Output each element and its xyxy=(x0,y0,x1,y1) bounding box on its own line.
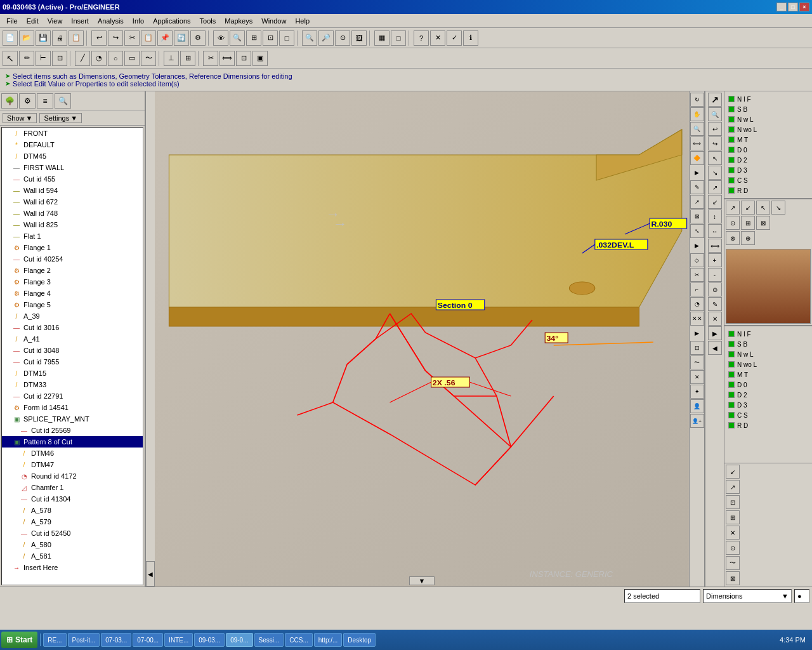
legend-item-s-b[interactable]: S B xyxy=(726,104,811,114)
rp-sel2[interactable]: ◀ xyxy=(708,341,722,355)
tb-regen[interactable]: 🔄 xyxy=(174,30,189,46)
legend-item-r-d[interactable]: R D xyxy=(726,185,811,196)
status-icon-btn[interactable]: ● xyxy=(794,589,809,603)
tb-cut[interactable]: ✂ xyxy=(124,30,140,46)
tb-close2[interactable]: ✕ xyxy=(430,30,445,46)
tb2-group[interactable]: ▣ xyxy=(252,51,268,66)
legend-item-n-w-l[interactable]: N w L xyxy=(726,114,811,124)
tb-redo[interactable]: ↪ xyxy=(108,30,123,46)
tree-item-dtm46[interactable]: /DTM46 xyxy=(2,448,143,459)
legend-item-n-wo-l[interactable]: N wo L xyxy=(726,359,811,369)
tb-check[interactable]: ✓ xyxy=(447,30,462,46)
rp-back[interactable]: ↩ xyxy=(708,122,722,136)
tb2-dim[interactable]: ⊢ xyxy=(36,51,51,66)
tb2-line[interactable]: ╱ xyxy=(75,51,90,66)
legend-item-n-wo-l[interactable]: N wo L xyxy=(726,124,811,135)
legend-item-d-0[interactable]: D 0 xyxy=(726,145,811,155)
legend-item-d-3[interactable]: D 3 xyxy=(726,400,811,410)
legend-checkbox[interactable] xyxy=(728,412,735,418)
tree-item-flat1[interactable]: —Flat 1 xyxy=(2,230,143,242)
legend-item-d-2[interactable]: D 2 xyxy=(726,390,811,400)
rp-flip1[interactable]: ↕ xyxy=(708,209,722,223)
tb-info[interactable]: ℹ xyxy=(463,30,478,46)
tb-undo[interactable]: ↩ xyxy=(91,30,107,46)
tb-wireframe[interactable]: □ xyxy=(391,30,406,46)
taskbar-btn-090[interactable]: 09-0... xyxy=(226,633,252,647)
legend-item-s-b[interactable]: S B xyxy=(726,339,811,349)
taskbar-btn-inte[interactable]: INTE... xyxy=(164,633,193,647)
legend-item-m-t[interactable]: M T xyxy=(726,135,811,145)
minimize-button[interactable]: _ xyxy=(776,3,787,11)
legend-checkbox[interactable] xyxy=(728,167,735,173)
tree-item-cut25569[interactable]: —Cut id 25569 xyxy=(2,425,143,436)
tb-zoom-out[interactable]: 🔎 xyxy=(318,30,334,46)
tb-view2[interactable]: 🔍 xyxy=(230,30,245,46)
tree-item-dtm33[interactable]: /DTM33 xyxy=(2,379,143,390)
rp-bot3[interactable]: ⊡ xyxy=(726,495,740,509)
tb-zoom-in[interactable]: 🔍 xyxy=(302,30,317,46)
tb-paste[interactable]: 📌 xyxy=(157,30,173,46)
tb2-mirror[interactable]: ⟺ xyxy=(219,51,235,66)
tree-item-cut22791[interactable]: —Cut id 22791 xyxy=(2,390,143,402)
tb-fit[interactable]: ⊙ xyxy=(335,30,350,46)
vp-geom[interactable]: ◇ xyxy=(690,253,704,267)
tree-item-form14541[interactable]: ⚙Form id 14541 xyxy=(2,402,143,413)
vp-cross[interactable]: ✕ xyxy=(690,370,704,384)
menu-applications[interactable]: Applications xyxy=(149,16,194,26)
tree-item-cut3016[interactable]: —Cut id 3016 xyxy=(2,322,143,333)
bottom-panel-toggle[interactable]: ▼ xyxy=(409,576,435,585)
legend-item-d-3[interactable]: D 3 xyxy=(726,165,811,175)
vp-person2[interactable]: 👤+ xyxy=(690,414,704,428)
rp-bot7[interactable]: 〜 xyxy=(726,556,740,570)
menu-tools[interactable]: Tools xyxy=(196,16,220,26)
rp-bot4[interactable]: ⊞ xyxy=(726,510,740,524)
maximize-button[interactable]: □ xyxy=(788,3,798,11)
taskbar-btn-0700[interactable]: 07-00... xyxy=(133,633,163,647)
menu-window[interactable]: Window xyxy=(258,16,290,26)
rp-flip2[interactable]: ↔ xyxy=(708,224,722,238)
rp-icon2[interactable]: ↙ xyxy=(741,201,755,215)
legend-item-r-d[interactable]: R D xyxy=(726,420,811,430)
legend-checkbox[interactable] xyxy=(728,136,735,143)
menu-info[interactable]: Info xyxy=(129,16,148,26)
tree-item-splice_tray_mnt[interactable]: ▣SPLICE_TRAY_MNT xyxy=(2,413,143,425)
legend-checkbox[interactable] xyxy=(728,392,735,398)
legend-checkbox[interactable] xyxy=(728,157,735,163)
vp-person[interactable]: 👤 xyxy=(690,399,704,413)
tb-view4[interactable]: ⊡ xyxy=(263,30,278,46)
rp-flip3[interactable]: ⟺ xyxy=(708,239,722,253)
rp-zoom[interactable]: 🔍 xyxy=(708,107,722,121)
tree-item-a41[interactable]: /A_41 xyxy=(2,333,143,345)
tb-print2[interactable]: 📋 xyxy=(69,30,84,46)
tree-item-flange5[interactable]: ⚙Flange 5 xyxy=(2,299,143,310)
rp-bot1[interactable]: ↙ xyxy=(726,465,740,479)
tb-new[interactable]: 📄 xyxy=(3,30,18,46)
rp-icon9[interactable]: ⊕ xyxy=(741,231,755,245)
settings-dropdown[interactable]: Settings ▼ xyxy=(39,113,82,123)
tree-item-a580[interactable]: /A_580 xyxy=(2,539,143,550)
legend-checkbox[interactable] xyxy=(728,331,735,337)
legend-item-n-i-f[interactable]: N I F xyxy=(726,329,811,339)
rp-sel[interactable]: ▶ xyxy=(708,326,722,340)
rp-zoom2[interactable]: + xyxy=(708,253,722,267)
rp-bot5[interactable]: ✕ xyxy=(726,526,740,540)
tree-item-default[interactable]: *DEFAULT xyxy=(2,139,143,150)
tb2-circle[interactable]: ○ xyxy=(108,51,123,66)
tree-item-flange4[interactable]: ⚙Flange 4 xyxy=(2,288,143,299)
taskbar-btn-http[interactable]: http:/... xyxy=(314,633,343,647)
tree-item-wall594[interactable]: —Wall id 594 xyxy=(2,185,143,196)
tb2-constraints[interactable]: ⊥ xyxy=(164,51,179,66)
lp-feature-icon[interactable]: ⚙ xyxy=(19,93,36,109)
tree-item-insert_here[interactable]: →Insert Here xyxy=(2,562,143,573)
tb2-rect[interactable]: ▭ xyxy=(124,51,140,66)
tb2-sketch[interactable]: ✏ xyxy=(19,51,34,66)
lp-layer-icon[interactable]: ≡ xyxy=(37,93,53,109)
vp-star[interactable]: ✦ xyxy=(690,385,704,399)
legend-checkbox[interactable] xyxy=(728,147,735,153)
rp-rot1[interactable]: ↖ xyxy=(708,151,722,165)
tb2-ref[interactable]: ⊡ xyxy=(52,51,67,66)
vp-flip[interactable]: ⟺ xyxy=(690,136,704,150)
legend-item-n-w-l[interactable]: N w L xyxy=(726,349,811,359)
tree-item-flange2[interactable]: ⚙Flange 2 xyxy=(2,265,143,276)
vp-ref[interactable]: ⊡ xyxy=(690,341,704,355)
